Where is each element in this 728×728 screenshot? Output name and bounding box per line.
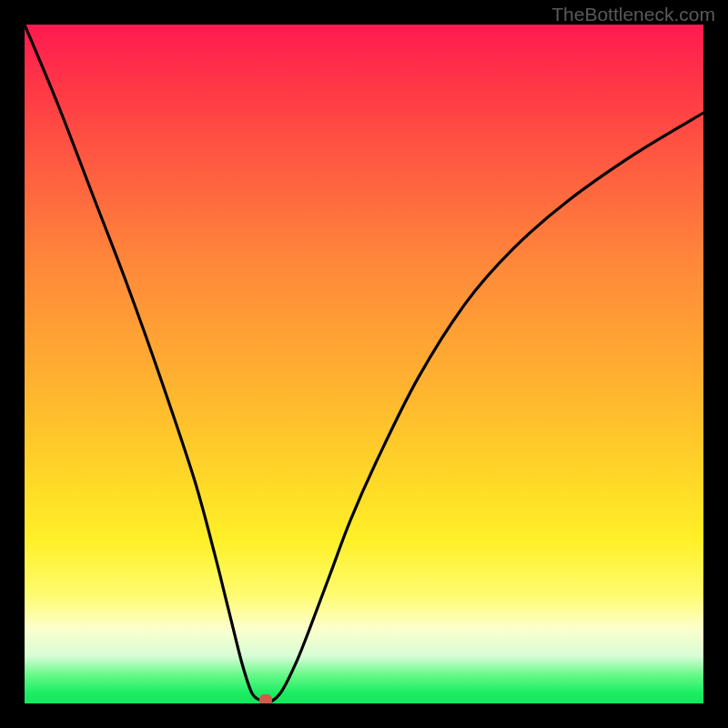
chart-svg — [25, 25, 703, 703]
plot-background — [25, 25, 703, 703]
bottleneck-curve — [25, 25, 703, 702]
watermark-text: TheBottleneck.com — [551, 4, 715, 25]
min-point-marker — [259, 694, 272, 703]
